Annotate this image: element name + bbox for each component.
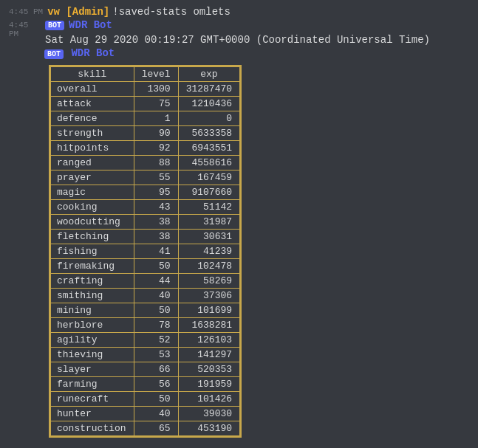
- level-cell: 75: [134, 97, 178, 111]
- level-cell: 88: [134, 156, 178, 170]
- level-cell: 43: [134, 200, 178, 215]
- exp-cell: 30631: [178, 230, 239, 244]
- bot-message-1: 4:45 PM BOT WDR Bot Sat Aug 29 2020 00:1…: [9, 19, 469, 46]
- level-cell: 95: [134, 185, 178, 200]
- skill-cell: woodcutting: [51, 215, 134, 230]
- level-cell: 40: [134, 289, 178, 303]
- table-header-row: skill level exp: [51, 67, 240, 82]
- bot-name-line: BOT WDR Bot: [9, 47, 469, 59]
- exp-cell: 31987: [178, 215, 239, 230]
- level-cell: 44: [134, 274, 178, 289]
- exp-cell: 191959: [178, 377, 239, 392]
- exp-cell: 1638281: [178, 318, 239, 333]
- skill-cell: smithing: [51, 289, 134, 303]
- exp-cell: 0: [178, 111, 239, 126]
- table-row: mining50101699: [51, 303, 240, 318]
- skill-cell: overall: [51, 82, 134, 97]
- table-row: fletching3830631: [51, 230, 240, 244]
- table-row: attack751210436: [51, 97, 240, 111]
- table-row: hunter4039030: [51, 407, 240, 421]
- exp-cell: 126103: [178, 333, 239, 348]
- skill-cell: hitpoints: [51, 141, 134, 156]
- skill-cell: defence: [51, 111, 134, 126]
- bot-name-1: WDR Bot: [69, 19, 112, 31]
- table-row: crafting4458269: [51, 274, 240, 289]
- table-row: overall130031287470: [51, 82, 240, 97]
- level-cell: 53: [134, 348, 178, 362]
- skill-cell: farming: [51, 377, 134, 392]
- level-cell: 41: [134, 244, 178, 259]
- bot-datetime-text: Sat Aug 29 2020 00:19:27 GMT+0000 (Coord…: [45, 34, 430, 46]
- exp-cell: 141297: [178, 348, 239, 362]
- level-cell: 1300: [134, 82, 178, 97]
- table-row: ranged884558616: [51, 156, 240, 170]
- level-cell: 1: [134, 111, 178, 126]
- table-row: farming56191959: [51, 377, 240, 392]
- level-cell: 55: [134, 170, 178, 185]
- table-row: defence10: [51, 111, 240, 126]
- exp-cell: 37306: [178, 289, 239, 303]
- skill-cell: construction: [51, 421, 134, 436]
- level-cell: 56: [134, 377, 178, 392]
- skill-cell: strength: [51, 126, 134, 141]
- user-message: 4:45 PM vw [Admin] !saved-stats omlets: [9, 6, 469, 18]
- col-header-skill: skill: [51, 67, 134, 82]
- table-row: herblore781638281: [51, 318, 240, 333]
- level-cell: 65: [134, 421, 178, 436]
- table-row: agility52126103: [51, 333, 240, 348]
- table-row: woodcutting3831987: [51, 215, 240, 230]
- level-cell: 90: [134, 126, 178, 141]
- level-cell: 52: [134, 333, 178, 348]
- table-row: fishing4141239: [51, 244, 240, 259]
- exp-cell: 520353: [178, 362, 239, 377]
- stats-table: skill level exp overall130031287470attac…: [50, 66, 240, 436]
- skill-cell: magic: [51, 185, 134, 200]
- level-cell: 78: [134, 318, 178, 333]
- skill-cell: agility: [51, 333, 134, 348]
- level-cell: 66: [134, 362, 178, 377]
- skill-cell: hunter: [51, 407, 134, 421]
- table-row: thieving53141297: [51, 348, 240, 362]
- bot-message-content-1: BOT WDR Bot Sat Aug 29 2020 00:19:27 GMT…: [45, 19, 469, 46]
- bot-name-2: WDR Bot: [71, 47, 115, 59]
- admin-tag: [Admin]: [66, 6, 109, 18]
- bot-badge: BOT: [45, 21, 64, 30]
- skill-cell: ranged: [51, 156, 134, 170]
- table-row: construction65453190: [51, 421, 240, 436]
- table-row: magic959107660: [51, 185, 240, 200]
- exp-cell: 102478: [178, 259, 239, 274]
- table-row: hitpoints926943551: [51, 141, 240, 156]
- skill-cell: fishing: [51, 244, 134, 259]
- col-header-exp: exp: [178, 67, 239, 82]
- skill-cell: attack: [51, 97, 134, 111]
- exp-cell: 39030: [178, 407, 239, 421]
- table-row: slayer66520353: [51, 362, 240, 377]
- exp-cell: 6943551: [178, 141, 239, 156]
- exp-cell: 5633358: [178, 126, 239, 141]
- skill-cell: cooking: [51, 200, 134, 215]
- table-row: prayer55167459: [51, 170, 240, 185]
- level-cell: 92: [134, 141, 178, 156]
- level-cell: 38: [134, 215, 178, 230]
- level-cell: 50: [134, 392, 178, 407]
- level-cell: 38: [134, 230, 178, 244]
- exp-cell: 453190: [178, 421, 239, 436]
- table-row: firemaking50102478: [51, 259, 240, 274]
- skill-cell: crafting: [51, 274, 134, 289]
- skill-cell: prayer: [51, 170, 134, 185]
- exp-cell: 51142: [178, 200, 239, 215]
- stats-table-container: skill level exp overall130031287470attac…: [49, 65, 242, 438]
- timestamp-1: 4:45 PM: [9, 6, 43, 16]
- level-cell: 50: [134, 303, 178, 318]
- command: !saved-stats omlets: [112, 6, 231, 18]
- bot-name-badge-line: BOT WDR Bot: [44, 47, 115, 59]
- table-row: strength905633358: [51, 126, 240, 141]
- user-message-content: vw [Admin] !saved-stats omlets: [47, 6, 231, 18]
- bot-badge-2: BOT: [44, 49, 64, 59]
- skill-cell: mining: [51, 303, 134, 318]
- exp-cell: 167459: [178, 170, 239, 185]
- skill-cell: runecraft: [51, 392, 134, 407]
- skill-cell: fletching: [51, 230, 134, 244]
- table-row: smithing4037306: [51, 289, 240, 303]
- exp-cell: 41239: [178, 244, 239, 259]
